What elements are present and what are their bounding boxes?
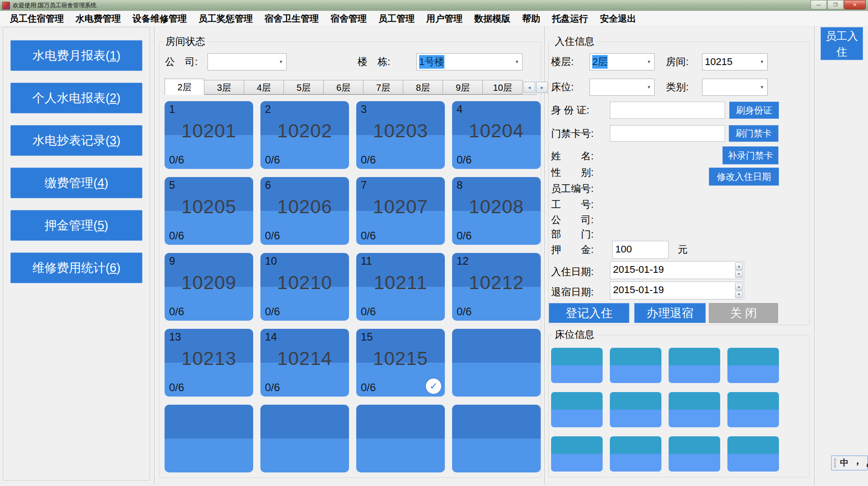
access-card-input[interactable] [610, 125, 725, 142]
floor-tab-3层[interactable]: 3层 [204, 80, 244, 94]
bed-select[interactable]: ▼ [590, 79, 655, 96]
spin-down-button[interactable]: ▼ [735, 291, 743, 299]
menu-item[interactable]: 员工管理 [373, 13, 420, 25]
menu-item[interactable]: 员工住宿管理 [4, 13, 70, 25]
room-occupancy: 0/6 [457, 229, 472, 242]
room-card-10208[interactable]: 8102080/6 [452, 177, 541, 245]
ime-punctuation-icon[interactable]: ， [853, 458, 863, 463]
room-card-10205[interactable]: 5102050/6 [165, 177, 253, 245]
menu-item[interactable]: 宿舍卫生管理 [259, 13, 325, 25]
room-card-10209[interactable]: 9102090/6 [165, 253, 253, 321]
process-checkout-button[interactable]: 办理退宿 [634, 303, 706, 323]
spin-up-button[interactable]: ▲ [735, 283, 743, 290]
room-card-10201[interactable]: 1102010/6 [165, 101, 253, 169]
bed-card[interactable] [610, 436, 661, 472]
bed-card[interactable] [610, 392, 661, 427]
bed-card[interactable] [551, 348, 603, 383]
menu-item[interactable]: 宿舍管理 [325, 13, 373, 25]
bed-card[interactable] [551, 436, 603, 472]
menu-item[interactable]: 设备维修管理 [127, 13, 193, 25]
room-card-10211[interactable]: 11102110/6 [356, 253, 445, 321]
room-card-empty[interactable] [165, 405, 253, 472]
spin-up-button[interactable]: ▲ [735, 262, 743, 270]
close-window-button[interactable]: ✕ [844, 0, 866, 9]
bed-card[interactable] [551, 392, 603, 427]
room-card-10210[interactable]: 10102100/6 [260, 253, 349, 321]
building-select[interactable]: 1号楼 ▼ [416, 53, 523, 70]
menu-item[interactable]: 数据模版 [468, 13, 516, 25]
room-card-empty[interactable] [356, 405, 445, 472]
sidebar-button[interactable]: 维修费用统计(6) [10, 252, 142, 283]
floor-tab-7层[interactable]: 7层 [363, 80, 403, 94]
menu-item[interactable]: 帮助 [516, 13, 546, 25]
modify-checkin-date-button[interactable]: 修改入住日期 [709, 168, 779, 186]
category-select[interactable]: ▼ [702, 79, 768, 96]
menu-item[interactable]: 安全退出 [594, 13, 642, 25]
bed-card[interactable] [669, 392, 720, 427]
room-number: 10213 [165, 348, 253, 369]
chevron-down-icon: ▼ [647, 60, 651, 64]
company-select[interactable]: ▼ [208, 53, 287, 70]
room-card-10203[interactable]: 3102030/6 [356, 101, 445, 169]
bed-card[interactable] [669, 348, 720, 383]
room-occupancy: 0/6 [361, 305, 376, 318]
name-label: 姓 名: [551, 148, 594, 165]
checkin-date-input[interactable]: 2015-01-19 ▲ ▼ [610, 261, 744, 279]
language-bar[interactable]: 中 ， [831, 455, 868, 471]
id-input[interactable] [610, 102, 725, 119]
menu-item[interactable]: 员工奖惩管理 [193, 13, 259, 25]
makeup-access-card-button[interactable]: 补录门禁卡 [722, 146, 778, 164]
room-card-10204[interactable]: 4102040/6 [452, 101, 541, 169]
scan-access-card-button[interactable]: 刷门禁卡 [729, 125, 778, 142]
tab-scroll-right-icon[interactable]: ► [536, 82, 548, 93]
room-index: 10 [265, 255, 277, 267]
register-checkin-button[interactable]: 登记入住 [549, 303, 629, 323]
bed-card[interactable] [727, 436, 779, 472]
bed-card[interactable] [610, 348, 661, 383]
room-card-10214[interactable]: 14102140/6 [260, 329, 349, 397]
room-number: 10214 [260, 348, 349, 369]
bed-card[interactable] [669, 436, 720, 472]
floor-tab-10层[interactable]: 10层 [483, 80, 523, 94]
room-card-10213[interactable]: 13102130/6 [165, 329, 253, 397]
floor-tab-9层[interactable]: 9层 [443, 80, 483, 94]
divider [154, 26, 155, 485]
room-card-empty[interactable] [452, 405, 541, 472]
menu-item[interactable]: 托盘运行 [546, 13, 594, 25]
bed-card[interactable] [727, 348, 779, 383]
close-panel-button[interactable]: 关 闭 [709, 303, 778, 323]
menu-item[interactable]: 用户管理 [420, 13, 468, 25]
room-card-10207[interactable]: 7102070/6 [356, 177, 445, 245]
menu-item[interactable]: 水电费管理 [70, 13, 127, 25]
room-card-10202[interactable]: 2102020/6 [260, 101, 349, 169]
deposit-input[interactable]: 100 [612, 241, 669, 259]
sidebar-button[interactable]: 水电抄表记录(3) [10, 125, 142, 156]
floor-tab-2层[interactable]: 2层 [165, 79, 204, 95]
ime-chinese-indicator[interactable]: 中 [840, 457, 849, 469]
langbar-grip-icon[interactable] [834, 458, 836, 467]
checkout-date-input[interactable]: 2015-01-19 ▲ ▼ [610, 281, 744, 299]
bed-card[interactable] [727, 392, 779, 427]
floor-tab-8层[interactable]: 8层 [403, 80, 443, 94]
room-index: 12 [457, 255, 469, 267]
sidebar-button[interactable]: 押金管理(5) [10, 210, 142, 241]
spin-down-button[interactable]: ▼ [735, 271, 743, 278]
scan-id-button[interactable]: 刷身份证 [729, 102, 779, 119]
room-select[interactable]: 10215 ▼ [702, 53, 768, 70]
maximize-button[interactable]: ❐ [827, 0, 844, 9]
sidebar-button[interactable]: 缴费管理(4) [10, 168, 142, 198]
floor-tab-5层[interactable]: 5层 [284, 80, 324, 94]
floor-select[interactable]: 2层 ▼ [590, 53, 655, 70]
room-card-10215[interactable]: 15102150/6✓ [356, 329, 445, 397]
employee-checkin-button[interactable]: 员工入住 [821, 27, 863, 60]
minimize-button[interactable]: — [811, 0, 827, 9]
tab-scroll-left-icon[interactable]: ◄ [524, 82, 535, 93]
sidebar-button[interactable]: 个人水电报表(2) [10, 83, 142, 113]
room-card-empty[interactable] [452, 329, 541, 397]
sidebar-button[interactable]: 水电费月报表(1) [10, 40, 142, 71]
room-card-empty[interactable] [260, 405, 349, 472]
floor-tab-4层[interactable]: 4层 [244, 80, 284, 94]
room-card-10206[interactable]: 6102060/6 [260, 177, 349, 245]
room-card-10212[interactable]: 12102120/6 [452, 253, 541, 321]
floor-tab-6层[interactable]: 6层 [324, 80, 363, 94]
